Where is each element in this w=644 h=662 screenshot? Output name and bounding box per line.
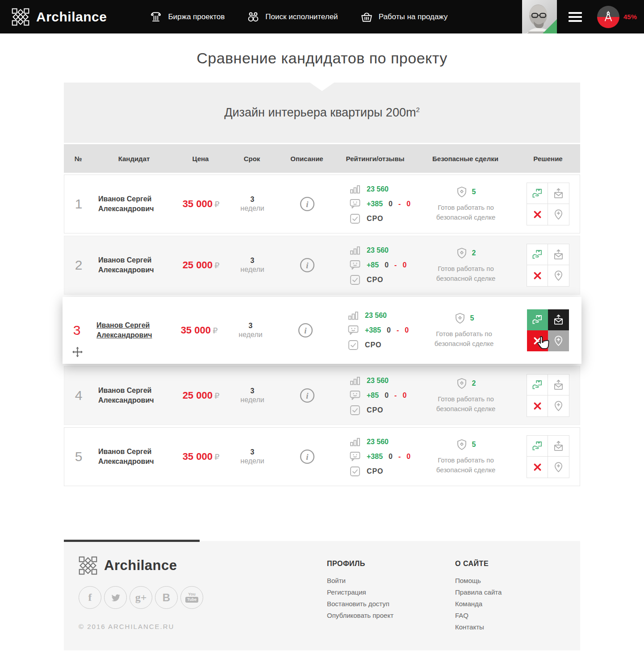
hamburger-menu-icon[interactable] [569, 10, 582, 24]
twitter-icon[interactable] [104, 586, 127, 609]
footer-brand[interactable]: Archilance [79, 556, 327, 575]
reviews-comment-icon [349, 451, 361, 462]
currency-sign: ₽ [213, 326, 217, 335]
candidate-name-link[interactable]: Иванов Сергей Александрович [98, 195, 154, 212]
sro-badge: СРО [367, 276, 383, 284]
user-avatar[interactable] [522, 0, 557, 33]
safe-deals-cell: 2 Готов работать по безопасной сделке [415, 378, 516, 414]
info-icon[interactable] [300, 388, 315, 403]
reject-button[interactable] [527, 396, 548, 416]
x-icon [532, 209, 543, 220]
nav-item-works-for-sale[interactable]: Работы на продажу [360, 11, 448, 23]
footer-link-register[interactable]: Регистрация [327, 588, 455, 596]
reviews-negative: 0 [402, 391, 406, 400]
offer-deal-button[interactable] [527, 309, 548, 330]
footer-link-faq[interactable]: FAQ [455, 612, 502, 619]
table-row-active: 3 Иванов Сергей Александрович 35 000₽ 3н… [63, 297, 581, 364]
safe-deals-cell: 5 Готов работать по безопасной сделке [414, 312, 514, 349]
reviews-comment-icon [349, 390, 361, 401]
table-row: 4 Иванов Сергей Александрович 25 000₽ 3н… [64, 366, 580, 425]
row-number: 1 [64, 196, 93, 212]
candidate-name-link[interactable]: Иванов Сергей Александрович [96, 321, 152, 339]
term-unit: недели [226, 266, 279, 274]
reject-button[interactable] [527, 204, 548, 225]
row-number: 2 [64, 258, 93, 273]
reject-button[interactable] [527, 457, 548, 478]
profile-progress-circle[interactable] [597, 6, 619, 28]
send-message-button[interactable] [548, 183, 569, 204]
footer-link-team[interactable]: Команда [455, 600, 502, 608]
sro-badge: СРО [367, 215, 383, 223]
price-value: 25 000 [183, 259, 213, 271]
footer: Archilance f g+ B You Tube © 2016 ARCHIL… [64, 541, 580, 650]
th-number: № [64, 155, 92, 162]
info-icon[interactable] [298, 323, 313, 338]
shield-icon [454, 312, 466, 324]
decision-buttons [527, 183, 569, 225]
reviews-positive: +85 [367, 261, 379, 269]
footer-about-title: О САЙТЕ [455, 560, 502, 568]
reviews-comment-icon [349, 198, 361, 210]
google-plus-icon[interactable]: g+ [130, 586, 152, 609]
youtube-icon[interactable]: You Tube [180, 586, 203, 609]
safe-deals-cell: 5 Готов работать по безопасной сделке [415, 439, 516, 475]
offer-deal-button[interactable] [527, 375, 548, 396]
nav-item-projects-exchange[interactable]: Биржа проектов [150, 11, 225, 23]
basket-icon [360, 11, 373, 23]
footer-link-site-rules[interactable]: Правила сайта [455, 588, 502, 596]
term-value: 3 [226, 257, 279, 265]
info-icon[interactable] [300, 196, 315, 212]
add-location-button[interactable] [548, 396, 569, 416]
reject-button[interactable] [527, 265, 548, 286]
bar-chart-icon [347, 310, 359, 321]
vk-icon[interactable]: B [155, 586, 178, 609]
send-message-button[interactable] [548, 309, 569, 330]
brand-logo[interactable]: Archilance [12, 8, 107, 26]
footer-link-login[interactable]: Войти [327, 577, 455, 584]
offer-deal-button[interactable] [527, 183, 548, 204]
reviews-negative: 0 [406, 200, 410, 208]
candidate-name-link[interactable]: Иванов Сергей Александрович [98, 448, 154, 465]
footer-brand-name: Archilance [104, 558, 177, 574]
main-nav: Биржа проектов Поиск исполнителей Работы… [150, 11, 447, 23]
send-message-button[interactable] [548, 375, 569, 396]
offer-deal-button[interactable] [527, 244, 548, 265]
bar-chart-icon [349, 436, 361, 448]
price-value: 35 000 [181, 325, 211, 336]
mail-send-icon [553, 379, 564, 391]
add-location-button[interactable] [548, 330, 569, 351]
price-value: 35 000 [183, 198, 213, 209]
archilance-logo-icon [12, 8, 29, 26]
shield-icon [456, 186, 468, 198]
footer-link-contacts[interactable]: Контакты [455, 623, 502, 631]
table-header: № Кандидат Цена Срок Описание Рейтинги/о… [64, 144, 580, 173]
avatar-photo [522, 0, 557, 33]
send-message-button[interactable] [548, 244, 569, 265]
profile-progress-label: 45% [623, 13, 637, 21]
safe-deals-count: 5 [472, 441, 476, 449]
candidate-name-link[interactable]: Иванов Сергей Александрович [98, 387, 154, 404]
footer-link-restore-access[interactable]: Востановить доступ [327, 600, 455, 608]
page-title: Сравнение кандидатов по проекту [197, 50, 447, 67]
footer-link-help[interactable]: Помощь [455, 577, 502, 584]
footer-accent-bar [64, 540, 200, 542]
reviews-positive: +385 [367, 200, 383, 208]
table-row: 2 Иванов Сергей Александрович 25 000₽ 3н… [64, 236, 580, 295]
add-location-button[interactable] [548, 457, 569, 478]
bottom-spacer [64, 488, 580, 541]
drag-move-icon[interactable] [72, 346, 83, 358]
add-location-button[interactable] [548, 204, 569, 225]
reject-button[interactable] [527, 330, 548, 351]
info-icon[interactable] [300, 258, 315, 273]
add-location-button[interactable] [548, 265, 569, 286]
info-icon[interactable] [300, 449, 315, 464]
offer-deal-button[interactable] [527, 436, 548, 457]
facebook-icon[interactable]: f [79, 586, 101, 609]
nav-item-find-performers[interactable]: Поиск исполнителей [247, 11, 338, 23]
checkbox-icon [349, 274, 361, 286]
currency-sign: ₽ [214, 391, 219, 400]
candidate-name-link[interactable]: Иванов Сергей Александрович [98, 256, 154, 274]
send-message-button[interactable] [548, 436, 569, 457]
footer-link-publish-project[interactable]: Опубликовать проект [327, 612, 455, 619]
rating-value: 23 560 [367, 246, 389, 254]
